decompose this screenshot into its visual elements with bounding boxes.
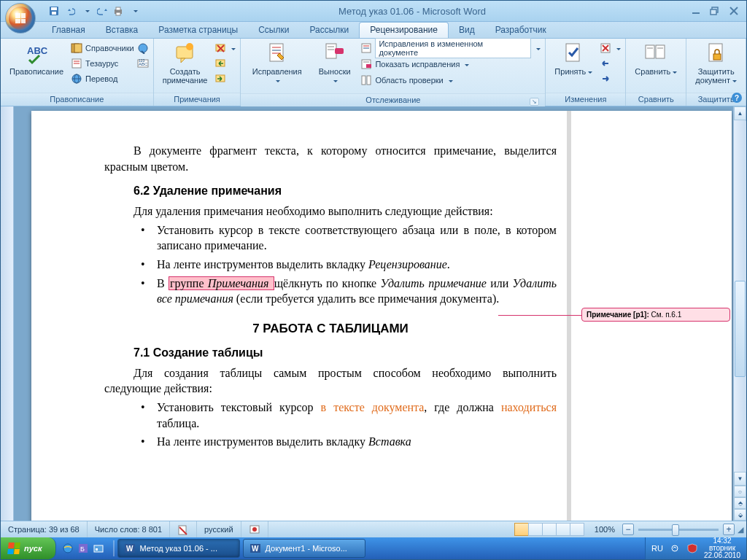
view-draft[interactable] [570,523,584,536]
ie-icon[interactable] [61,540,75,556]
zoom-slider[interactable] [638,529,719,531]
svg-text:ABC: ABC [27,45,48,56]
previous-change-button[interactable] [600,56,621,71]
svg-point-61 [252,527,257,532]
browse-object-button[interactable]: ○ [734,486,746,497]
svg-rect-13 [74,44,82,52]
group-changes-label: Изменения [546,93,625,106]
tray-shield-icon[interactable] [686,542,698,554]
previous-comment-button[interactable] [214,56,236,71]
view-print-layout[interactable] [514,523,529,536]
next-change-button[interactable] [600,71,621,86]
save-icon[interactable] [47,4,61,18]
status-word-count[interactable]: Число слов: 8 801 [88,521,170,537]
svg-text:Б: Б [80,545,85,553]
balloons-icon [323,42,347,66]
delete-comment-button[interactable] [214,41,236,55]
tab-mailings[interactable]: Рассылки [299,23,359,38]
tracking-dialog-launcher[interactable]: ↘ [245,96,539,106]
display-for-review-dropdown[interactable]: Исправления в измененном документе [360,41,541,55]
new-comment-button[interactable]: Создать примечание [158,41,212,86]
svg-text:W: W [252,545,259,553]
thesaurus-icon [71,58,82,69]
zoom-slider-thumb[interactable] [672,524,679,536]
window-title: Метод указ 01.06 - Microsoft Word [141,6,684,17]
ql-icon-2[interactable]: Б [76,540,90,556]
comment-balloon[interactable]: Примечание [p1]: См. п.6.1 [581,308,730,322]
tray-clock[interactable]: 14:32 вторник 22.06.2010 [704,537,740,559]
start-button[interactable]: пуск [1,537,56,559]
close-button[interactable] [729,6,739,16]
track-changes-button[interactable]: Исправления [245,41,309,86]
reject-button[interactable] [600,41,621,55]
reviewing-pane-dropdown[interactable]: Область проверки [360,73,541,88]
next-comment-button[interactable] [214,71,236,86]
svg-rect-47 [367,76,371,85]
wordcount-icon: ABC123 [137,58,149,69]
zoom-in-button[interactable]: + [723,524,735,535]
language-icon [137,42,149,54]
status-proofing[interactable] [170,521,197,537]
undo-dropdown[interactable] [80,4,93,18]
tray-chevron-icon[interactable] [669,542,681,554]
qat-customize[interactable] [128,4,141,18]
view-full-screen[interactable] [528,523,543,536]
research-button[interactable]: Справочники [71,41,134,55]
redo-icon[interactable] [96,4,109,18]
help-button[interactable]: ? [732,93,742,103]
spellcheck-icon: ABC [25,42,48,66]
scroll-thumb[interactable] [735,281,746,377]
right-side-strip [733,106,746,121]
svg-rect-36 [326,44,336,58]
translate-button[interactable]: Перевод [71,71,134,86]
status-macro[interactable] [241,521,268,537]
restore-button[interactable] [710,6,720,16]
next-page-button[interactable]: ⬙ [734,509,746,521]
set-language-button[interactable] [137,41,149,55]
show-markup-dropdown[interactable]: Показать исправления [360,57,541,71]
accept-button[interactable]: Принять [550,41,597,77]
balloons-button[interactable]: Выноски [311,41,357,86]
scroll-track[interactable] [734,120,746,472]
zoom-out-button[interactable]: − [622,524,634,535]
svg-rect-53 [656,45,665,58]
group-compare: Сравнить Сравнить [626,39,686,106]
taskbar-item-word-2[interactable]: WДокумент1 - Microso... [243,539,365,558]
tab-review[interactable]: Рецензирование [359,22,449,38]
word-count-button[interactable]: ABC123 [137,56,149,71]
prev-page-button[interactable]: ⬘ [734,497,746,509]
tab-insert[interactable]: Вставка [96,23,149,38]
tab-home[interactable]: Главная [42,23,96,38]
status-page[interactable]: Страница: 39 из 68 [1,521,88,537]
word-icon: W [124,542,136,554]
view-outline[interactable] [556,523,570,536]
group-comments-label: Примечания [154,93,241,106]
spellcheck-button[interactable]: ABC Правописание [5,41,68,77]
tab-developer[interactable]: Разработчик [485,23,557,38]
vertical-scrollbar[interactable]: ▲ ▼ ○ ⬘ ⬙ [733,106,746,521]
accept-icon [562,42,585,66]
prev-comment-icon [214,58,226,69]
office-button[interactable] [5,3,36,34]
view-web-layout[interactable] [542,523,557,536]
language-indicator[interactable]: RU [651,544,663,553]
print-icon[interactable] [112,4,125,18]
protect-document-button[interactable]: Защитить документ [691,41,741,86]
paragraph: Для удаления примечания необходимо выпол… [104,203,557,219]
status-language[interactable]: русский [197,521,241,537]
zoom-level[interactable]: 100% [587,521,622,537]
show-desktop-icon[interactable] [91,540,106,556]
undo-icon[interactable] [63,4,77,18]
thesaurus-button[interactable]: Тезаурус [71,56,134,71]
taskbar-item-word-1[interactable]: WМетод указ 01.06 - ... [117,539,240,558]
document-page[interactable]: В документе фрагмент текста, к которому … [31,111,732,521]
list-item: Установить курсор в тексте соответствующ… [133,222,557,254]
tab-layout[interactable]: Разметка страницы [148,23,248,38]
tab-view[interactable]: Вид [449,23,485,38]
tab-references[interactable]: Ссылки [248,23,299,38]
minimize-button[interactable] [691,6,701,16]
compare-button[interactable]: Сравнить [630,41,681,77]
scroll-down-button[interactable]: ▼ [734,472,746,486]
svg-rect-2 [52,12,56,15]
resize-grip[interactable]: ◢ [735,525,746,534]
